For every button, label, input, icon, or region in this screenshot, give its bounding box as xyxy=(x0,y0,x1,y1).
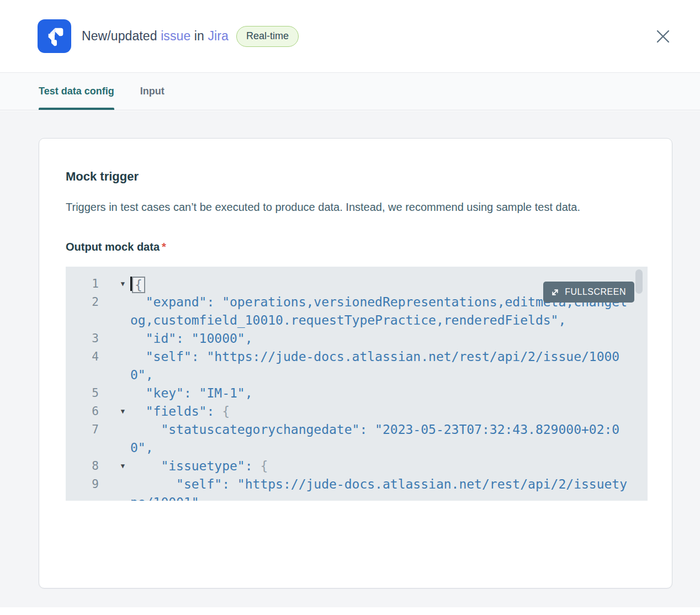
mock-trigger-card: Mock trigger Triggers in test cases can’… xyxy=(39,138,672,589)
line-number: 4 xyxy=(66,348,99,366)
code-row: 8▼ "issuetype": { xyxy=(66,457,648,475)
jira-logo-mark xyxy=(44,25,66,47)
code-row: 9 "self": "https://jude-docs.atlassian.n… xyxy=(66,475,648,494)
tab-bar: Test data config Input xyxy=(0,72,700,110)
code-line: "self": "https://jude-docs.atlassian.net… xyxy=(130,475,648,494)
code-line: "fields": { xyxy=(130,402,648,421)
dialog-body: Mock trigger Triggers in test cases can’… xyxy=(0,111,700,607)
card-description: Triggers in test cases can’t be executed… xyxy=(66,198,623,216)
code-row: pe/10001" xyxy=(66,494,648,501)
line-number xyxy=(66,439,99,457)
dialog-header: New/updated issue in Jira Real-time xyxy=(0,0,700,72)
fold-gutter xyxy=(99,348,130,366)
fold-gutter xyxy=(99,366,130,384)
line-number: 7 xyxy=(66,421,99,439)
fold-gutter xyxy=(99,293,130,311)
line-number: 6 xyxy=(66,402,99,421)
code-row: 6▼ "fields": { xyxy=(66,402,648,421)
line-number: 8 xyxy=(66,457,99,475)
line-number: 2 xyxy=(66,293,99,311)
line-number: 5 xyxy=(66,384,99,402)
line-number: 9 xyxy=(66,475,99,494)
line-number xyxy=(66,494,99,501)
code-row: 3 "id": "10000", xyxy=(66,330,648,348)
page-bottom-edge xyxy=(0,607,700,615)
code-line: "self": "https://jude-docs.atlassian.net… xyxy=(130,348,648,366)
line-number: 3 xyxy=(66,330,99,348)
trigger-config-dialog: New/updated issue in Jira Real-time Test… xyxy=(0,0,700,615)
code-row: og,customfield_10010.requestTypePractice… xyxy=(66,311,648,330)
fold-gutter xyxy=(99,330,130,348)
code-row: 4 "self": "https://jude-docs.atlassian.n… xyxy=(66,348,648,366)
code-line: "issuetype": { xyxy=(130,457,648,475)
code-line: og,customfield_10010.requestTypePractice… xyxy=(130,311,648,330)
close-icon xyxy=(655,29,671,44)
code-row: 5 "key": "IM-1", xyxy=(66,384,648,402)
fold-gutter xyxy=(99,311,130,330)
output-mock-data-label: Output mock data* xyxy=(66,241,645,253)
code-row: 7 "statuscategorychangedate": "2023-05-2… xyxy=(66,421,648,439)
line-number xyxy=(66,311,99,330)
required-asterisk: * xyxy=(162,241,166,253)
mock-data-code-editor[interactable]: FULLSCREEN 1▼{2 "expand": "operations,ve… xyxy=(66,267,648,501)
fold-toggle-icon[interactable]: ▼ xyxy=(99,275,130,293)
expand-arrows-icon xyxy=(550,288,560,297)
matched-brace: { xyxy=(132,277,145,293)
code-line: pe/10001" xyxy=(130,494,648,501)
code-line: "statuscategorychangedate": "2023-05-23T… xyxy=(130,421,648,439)
code-line: "key": "IM-1", xyxy=(130,384,648,402)
code-row: 0", xyxy=(66,439,648,457)
fold-gutter xyxy=(99,494,130,501)
code-line: 0", xyxy=(130,439,648,457)
fullscreen-button[interactable]: FULLSCREEN xyxy=(543,282,634,303)
fold-gutter xyxy=(99,475,130,494)
close-button[interactable] xyxy=(654,27,672,46)
realtime-badge: Real-time xyxy=(236,26,299,47)
fold-gutter xyxy=(99,384,130,402)
card-heading: Mock trigger xyxy=(66,169,645,184)
editor-scrollbar-thumb[interactable] xyxy=(635,269,643,294)
fold-gutter xyxy=(99,439,130,457)
line-number xyxy=(66,366,99,384)
code-row: 0", xyxy=(66,366,648,384)
line-number: 1 xyxy=(66,275,99,293)
fold-gutter xyxy=(99,421,130,439)
fold-toggle-icon[interactable]: ▼ xyxy=(99,457,130,475)
code-line: 0", xyxy=(130,366,648,384)
tab-test-data-config[interactable]: Test data config xyxy=(39,73,114,110)
fullscreen-label: FULLSCREEN xyxy=(565,287,626,297)
tab-input[interactable]: Input xyxy=(140,73,165,110)
jira-icon xyxy=(38,19,71,53)
code-line: "id": "10000", xyxy=(130,330,648,348)
fold-toggle-icon[interactable]: ▼ xyxy=(99,402,130,421)
dialog-title: New/updated issue in Jira xyxy=(82,29,229,44)
